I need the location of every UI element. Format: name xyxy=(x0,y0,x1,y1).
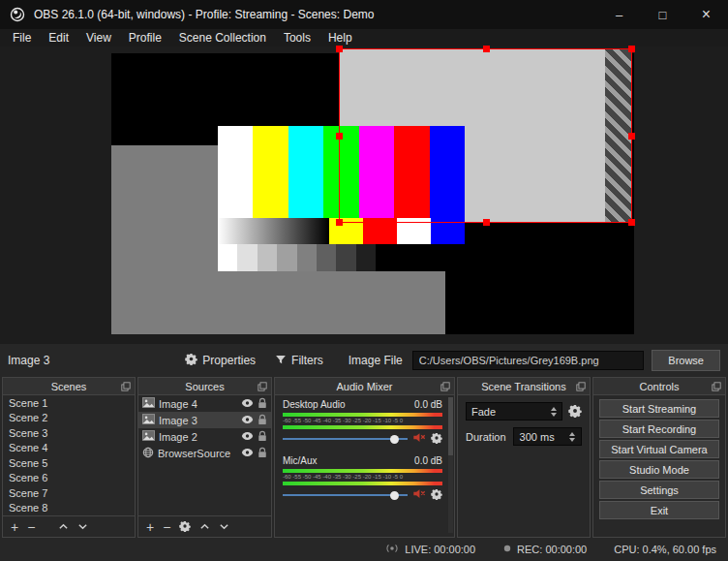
menu-view[interactable]: View xyxy=(77,29,120,47)
sources-panel-header[interactable]: Sources xyxy=(138,378,271,395)
scenes-title: Scenes xyxy=(51,381,87,392)
close-button[interactable]: × xyxy=(684,0,728,29)
visibility-eye-icon[interactable] xyxy=(241,448,254,459)
image-source-icon xyxy=(142,430,155,443)
selection-handle-bottom-left[interactable] xyxy=(336,219,343,226)
lock-icon[interactable] xyxy=(258,430,267,444)
slider-handle[interactable] xyxy=(390,491,399,500)
spin-arrows-icon[interactable] xyxy=(569,432,575,442)
source-item-selected[interactable]: Image 3 xyxy=(138,412,271,428)
channel-gear-icon[interactable] xyxy=(431,486,442,504)
start-streaming-button[interactable]: Start Streaming xyxy=(599,399,719,418)
visibility-eye-icon[interactable] xyxy=(241,415,254,426)
scene-item[interactable]: Scene 6 xyxy=(3,471,135,486)
menu-scene-collection[interactable]: Scene Collection xyxy=(170,29,275,47)
source-item[interactable]: Image 4 xyxy=(138,395,271,412)
selection-handle-bottom-right[interactable] xyxy=(628,219,635,226)
selection-outline[interactable] xyxy=(339,48,632,223)
selection-handle-middle-right[interactable] xyxy=(628,133,635,140)
transition-select[interactable]: Fade xyxy=(466,402,562,421)
slider-track[interactable] xyxy=(283,438,408,440)
channel-level: 0.0 dB xyxy=(414,399,442,412)
scene-up-button[interactable] xyxy=(58,518,69,536)
menu-file[interactable]: File xyxy=(4,29,40,47)
mute-speaker-icon[interactable] xyxy=(412,430,426,448)
slider-handle[interactable] xyxy=(390,435,399,444)
transition-value: Fade xyxy=(471,406,496,418)
visibility-eye-icon[interactable] xyxy=(241,398,254,410)
rec-time: REC: 00:00:00 xyxy=(517,544,587,555)
scene-item[interactable]: Scene 4 xyxy=(3,441,135,456)
scenes-panel-header[interactable]: Scenes xyxy=(3,378,135,395)
transition-properties-gear-icon[interactable] xyxy=(568,404,582,420)
mixer-channel-desktop-audio: Desktop Audio 0.0 dB -60 -55 -50 -45 -40… xyxy=(283,399,442,447)
channel-gear-icon[interactable] xyxy=(431,430,442,448)
scene-transitions-header[interactable]: Scene Transitions xyxy=(458,378,590,395)
menu-edit[interactable]: Edit xyxy=(40,29,77,47)
settings-button[interactable]: Settings xyxy=(599,481,719,499)
scene-item[interactable]: Scene 5 xyxy=(3,455,135,471)
visibility-eye-icon[interactable] xyxy=(241,431,254,443)
audio-mixer-title: Audio Mixer xyxy=(336,381,392,392)
sources-title: Sources xyxy=(185,381,224,392)
colorbars-greyscale-wedge xyxy=(218,244,465,271)
duration-label: Duration xyxy=(466,431,506,443)
mixer-scrollbar[interactable] xyxy=(448,397,453,533)
slider-track[interactable] xyxy=(283,494,408,496)
exit-button[interactable]: Exit xyxy=(599,501,719,519)
start-virtual-camera-button[interactable]: Start Virtual Camera xyxy=(599,440,719,458)
title-bar[interactable]: OBS 26.1.0 (64-bit, windows) - Profile: … xyxy=(0,0,728,29)
remove-scene-button[interactable]: − xyxy=(27,520,35,534)
dock-menu-icon[interactable] xyxy=(576,382,586,391)
add-scene-button[interactable]: + xyxy=(11,520,18,534)
selection-handle-top-middle[interactable] xyxy=(483,46,490,52)
selection-handle-middle-left[interactable] xyxy=(336,133,343,140)
live-status: LIVE: 00:00:00 xyxy=(384,543,475,556)
source-properties-gear-icon[interactable] xyxy=(179,518,191,536)
duration-spinbox[interactable]: 300 ms xyxy=(513,427,582,446)
dock-menu-icon[interactable] xyxy=(258,382,267,391)
controls-panel-header[interactable]: Controls xyxy=(593,378,725,395)
menu-help[interactable]: Help xyxy=(319,29,361,47)
source-item[interactable]: Image 2 xyxy=(138,428,271,445)
menu-profile[interactable]: Profile xyxy=(120,29,170,47)
maximize-button[interactable]: □ xyxy=(641,0,684,29)
mute-speaker-icon[interactable] xyxy=(412,486,426,504)
browse-button[interactable]: Browse xyxy=(652,350,720,371)
selection-handle-top-right[interactable] xyxy=(628,46,635,52)
volume-meter xyxy=(283,413,442,417)
scene-item[interactable]: Scene 3 xyxy=(3,425,135,441)
add-source-button[interactable]: + xyxy=(146,520,154,534)
scene-item[interactable]: Scene 7 xyxy=(3,485,135,501)
scene-down-button[interactable] xyxy=(77,518,88,536)
lock-icon[interactable] xyxy=(258,397,267,411)
selection-handle-bottom-middle[interactable] xyxy=(483,219,490,226)
source-up-button[interactable] xyxy=(199,518,210,536)
image-file-input[interactable] xyxy=(412,351,645,370)
selection-handle-top-left[interactable] xyxy=(336,46,343,52)
menu-tools[interactable]: Tools xyxy=(275,29,319,47)
source-item[interactable]: BrowserSource xyxy=(138,445,271,461)
source-down-button[interactable] xyxy=(219,518,229,536)
scene-transitions-panel: Scene Transitions Fade Duration 300 ms xyxy=(457,377,591,538)
live-time: LIVE: 00:00:00 xyxy=(405,544,475,555)
lock-icon[interactable] xyxy=(258,447,267,460)
properties-button[interactable]: Properties xyxy=(185,353,256,368)
volume-slider[interactable] xyxy=(283,489,408,501)
dock-menu-icon[interactable] xyxy=(121,382,131,391)
filters-button[interactable]: Filters xyxy=(275,354,323,368)
scene-item[interactable]: Scene 1 xyxy=(3,395,135,411)
audio-mixer-body: Desktop Audio 0.0 dB -60 -55 -50 -45 -40… xyxy=(275,395,454,537)
scene-item[interactable]: Scene 2 xyxy=(3,411,135,426)
start-recording-button[interactable]: Start Recording xyxy=(599,420,719,438)
lock-icon[interactable] xyxy=(258,414,267,427)
dock-menu-icon[interactable] xyxy=(440,382,450,391)
volume-slider[interactable] xyxy=(283,433,408,445)
combo-arrows-icon[interactable] xyxy=(551,407,557,417)
remove-source-button[interactable]: − xyxy=(163,520,170,534)
audio-mixer-header[interactable]: Audio Mixer xyxy=(275,378,454,395)
dock-menu-icon[interactable] xyxy=(712,382,721,391)
scene-item[interactable]: Scene 8 xyxy=(3,501,135,516)
studio-mode-button[interactable]: Studio Mode xyxy=(599,460,719,479)
minimize-button[interactable]: – xyxy=(597,0,641,29)
